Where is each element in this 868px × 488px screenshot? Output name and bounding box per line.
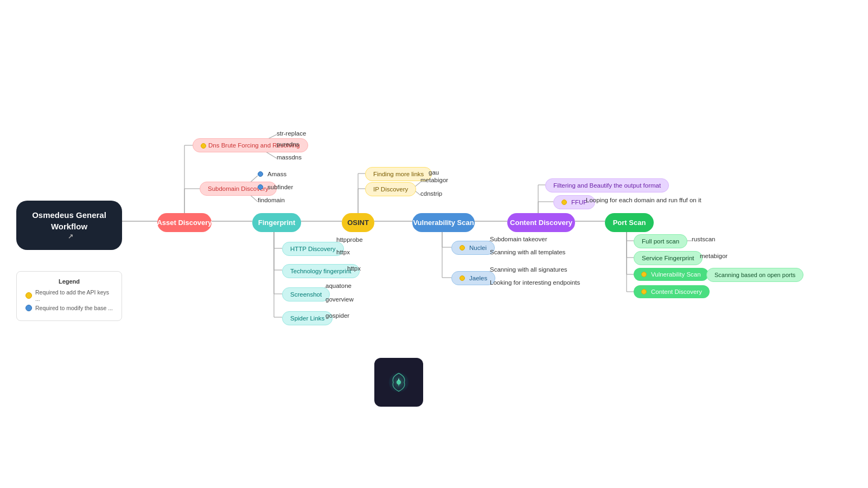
puredns-leaf: puredns — [277, 141, 299, 147]
vuln-scan-green-node[interactable]: Vulnerability Scan — [634, 268, 709, 281]
scan-open-ports-leaf: Scanning based on open ports — [706, 268, 803, 282]
vulnerability-scan-node[interactable]: Vulnerability Scan — [412, 213, 475, 232]
svg-point-62 — [397, 380, 401, 384]
goverview-leaf: goverview — [326, 296, 354, 303]
rustscan-leaf: rustscan — [692, 236, 715, 242]
legend-box: Legend Required to add the API keys ... … — [16, 271, 122, 321]
findomain-leaf: findomain — [258, 197, 285, 203]
ffuf-loop-leaf: Looping for each domain and run ffuf on … — [586, 197, 701, 203]
osmedeus-logo — [385, 369, 412, 396]
screenshot-node[interactable]: Screenshot — [282, 287, 330, 301]
fingerprint-node[interactable]: Fingerprint — [252, 213, 301, 232]
service-fingerprint-node[interactable]: Service Fingerprint — [634, 251, 703, 265]
port-scan-node[interactable]: Port Scan — [605, 213, 654, 232]
filter-beautify-node[interactable]: Filtering and Beautify the output format — [545, 178, 669, 192]
legend-title: Legend — [25, 278, 113, 285]
nuclei-sub1-leaf: Subdomain takeover — [490, 236, 547, 242]
metabigor-leaf: metabigor — [420, 177, 448, 183]
cdnstrip-leaf: cdnstrip — [420, 190, 442, 197]
gospider-leaf: gospider — [326, 312, 349, 319]
legend-item-blue: Required to modify the base ... — [25, 305, 113, 311]
jaeles-sub1-leaf: Scanning with all signatures — [490, 266, 567, 273]
subfinder-leaf: subfinder — [258, 184, 293, 190]
httpx2-leaf: httpx — [347, 265, 361, 272]
osint-node[interactable]: OSINT — [342, 213, 374, 232]
legend-dot-blue — [25, 305, 32, 311]
gau-leaf: gau — [429, 169, 439, 176]
jaeles-node[interactable]: Jaeles — [451, 271, 495, 285]
content-discovery-green-node[interactable]: Content Discovery — [634, 285, 710, 298]
massdns-leaf: massdns — [277, 154, 302, 160]
legend-item-yellow: Required to add the API keys ... — [25, 289, 113, 302]
nuclei-sub2-leaf: Scanning with all templates — [490, 249, 565, 255]
asset-discovery-node[interactable]: Asset Discovery — [157, 213, 212, 232]
external-link-icon[interactable]: ↗ — [68, 232, 73, 241]
full-port-scan-node[interactable]: Full port scan — [634, 234, 687, 248]
httpx-leaf: httpx — [336, 249, 350, 255]
httpprobe-leaf: httpprobe — [336, 236, 363, 243]
workflow-title: Osmedeus General Workflow ↗ — [16, 201, 122, 250]
metabigor2-leaf: metabigor — [700, 253, 727, 259]
legend-dot-yellow — [25, 292, 32, 299]
ip-discovery-node[interactable]: IP Discovery — [365, 182, 416, 196]
http-discovery-node[interactable]: HTTP Discovery — [282, 242, 344, 256]
content-discovery-node[interactable]: Content Discovery — [507, 213, 575, 232]
str-replace-leaf: str-replace — [277, 130, 306, 137]
aquatone-leaf: aquatone — [326, 282, 352, 289]
nuclei-node[interactable]: Nuclei — [451, 241, 495, 255]
logo-box — [374, 358, 423, 407]
amass-leaf: Amass — [258, 171, 286, 177]
jaeles-sub2-leaf: Looking for interesting endpoints — [490, 279, 580, 286]
